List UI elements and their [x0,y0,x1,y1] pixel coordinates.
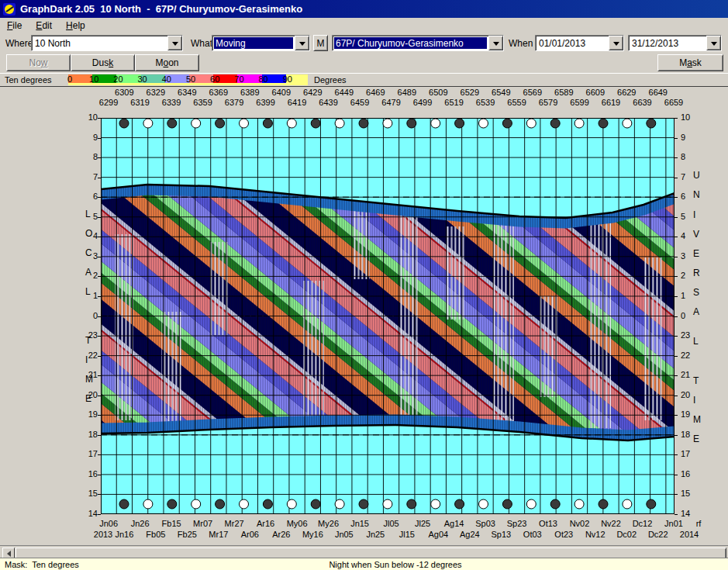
left-hour-label: 9 [78,133,98,142]
legend-label: Ten degrees [5,75,52,85]
chevron-down-icon[interactable] [295,36,309,50]
dusk-button[interactable]: Dusk [71,54,135,71]
right-axis-letter: S [693,287,699,298]
axis-tick [98,118,101,119]
right-hour-label: 22 [681,351,690,360]
right-axis-letter: I [693,209,695,220]
legend-tick: 30 [137,74,147,84]
menu-item-file[interactable]: File [0,19,29,33]
chevron-down-icon[interactable] [167,36,182,50]
moon-button[interactable]: Moon [135,54,199,71]
top-axis-label: 6579 [539,98,557,107]
where-label: Where [5,38,33,49]
legend-tick: 90 [283,74,292,84]
bottom-axis-label: Fb15 [162,519,181,528]
right-hour-label: 16 [681,469,690,478]
bottom-axis-label: Ag14 [444,519,464,528]
axis-tick [98,435,101,436]
top-axis-label: 6609 [586,88,605,97]
left-axis-letter: T [85,335,91,346]
top-axis-label: 6649 [649,88,668,97]
now-button[interactable]: Now [6,54,71,71]
axis-tick [675,157,678,158]
title-bar[interactable]: GraphDark 2.05 10 North - 67P/ Churyumov… [0,0,728,18]
bottom-axis-label: Jn25 [366,530,385,539]
bottom-axis-label: Jn05 [335,530,354,539]
bottom-axis-label: Sp03 [475,519,495,528]
bottom-axis-label: Jn01 [664,519,683,528]
axis-tick [675,494,678,495]
chevron-down-icon[interactable] [706,36,721,50]
right-axis-letter: I [693,395,695,406]
toolbar: Where 10 North What Moving M 67P/ Churyu… [0,33,728,54]
top-axis-label: 6639 [633,98,651,107]
date-to-combobox[interactable]: 31/12/2013 [628,35,722,51]
right-hour-label: 15 [681,489,690,498]
menu-item-edit[interactable]: Edit [29,19,59,33]
axis-tick [675,375,678,376]
left-axis-letter: E [85,393,91,404]
top-axis-label: 6569 [523,88,542,97]
right-hour-label: 8 [681,152,685,161]
axis-tick [98,415,101,416]
mask-button[interactable]: Mask [657,54,723,71]
bottom-axis-year: 2014 [680,530,699,539]
axis-tick [98,257,101,257]
object-combobox[interactable]: 67P/ Churyumov-Gerasimenko [332,35,504,51]
axis-tick [98,217,101,218]
axis-tick [675,237,678,237]
right-hour-label: 0 [681,311,685,320]
right-hour-label: 23 [681,330,690,340]
axis-tick [675,296,678,297]
top-axis-label: 6319 [130,98,149,107]
where-combobox[interactable]: 10 North [31,35,183,51]
top-axis-label: 6329 [147,88,165,97]
m-button[interactable]: M [313,35,328,51]
axis-tick [675,118,678,119]
date-from-value: 01/01/2013 [536,36,609,50]
right-axis-letter: E [693,434,699,444]
axis-tick [675,197,678,198]
right-hour-label: 5 [681,212,685,221]
what-combobox[interactable]: Moving [212,35,310,51]
bottom-axis-label: Sp23 [507,519,527,528]
bottom-axis-label: Ar16 [257,519,274,528]
left-hour-label: 14 [78,509,98,518]
right-axis-letter: L [693,336,699,347]
object-value: 67P/ Churyumov-Gerasimenko [334,37,487,49]
legend-tick: 80 [258,74,267,84]
bottom-axis-label: Dc22 [648,530,668,539]
bottom-axis-label: Dc12 [633,519,653,528]
right-axis-letter: A [693,306,699,317]
axis-tick [98,396,101,396]
right-hour-label: 7 [681,172,685,181]
bottom-axis-label: Dc02 [616,530,637,539]
bottom-axis-label: Ag24 [460,530,480,539]
axis-tick [675,356,678,357]
chevron-down-icon[interactable] [609,36,623,50]
right-hour-label: 1 [681,291,685,300]
bottom-axis-label: Jn26 [131,519,150,528]
left-hour-label: 17 [78,449,98,458]
left-axis-letter: I [85,354,88,365]
top-axis-label: 6589 [554,88,573,97]
right-hour-label: 4 [681,231,685,240]
top-axis-label: 6389 [240,88,259,97]
top-axis-label: 6549 [492,88,510,97]
right-axis-letter: R [693,268,700,278]
bottom-axis-label: Nv02 [570,519,590,528]
axis-tick [98,336,101,337]
bottom-axis-label: Sp13 [491,530,511,539]
date-from-combobox[interactable]: 01/01/2013 [535,35,624,51]
bottom-axis-label: Mr17 [209,530,228,539]
axis-tick [98,237,101,237]
horizontal-scrollbar[interactable] [0,545,728,558]
chevron-down-icon[interactable] [488,36,503,50]
legend-tick: 50 [186,74,195,84]
menu-item-help[interactable]: Help [59,19,92,33]
axis-tick [98,375,101,376]
top-axis-label: 6459 [350,98,369,107]
top-axis-label: 6509 [429,88,447,97]
bottom-axis-label: Ar26 [272,530,290,539]
left-hour-label: 16 [78,469,98,478]
